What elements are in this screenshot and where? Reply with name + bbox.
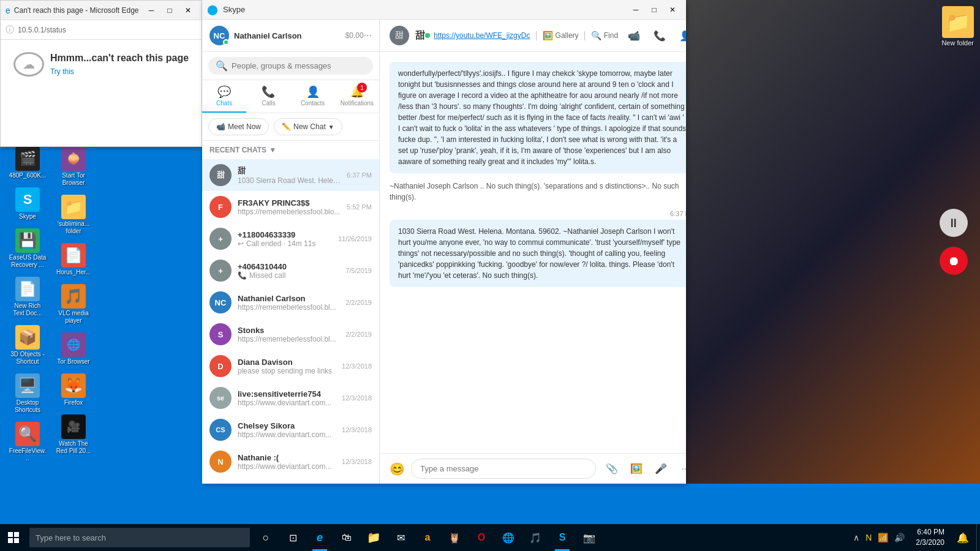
- taskbar-tripadvisor[interactable]: 🦉: [441, 524, 468, 551]
- chat-name-10: Nathanie :(: [238, 453, 336, 462]
- taskbar-notifications-button[interactable]: 🔔: [949, 524, 976, 551]
- icon-new-rich-text[interactable]: 📄 New Rich Text Doc...: [6, 274, 49, 320]
- edge-try-this-link[interactable]: Try this: [50, 67, 189, 76]
- video-record-button[interactable]: ⏺: [940, 247, 968, 275]
- voice-call-button[interactable]: 📞: [650, 26, 669, 45]
- icon-480p[interactable]: 🎬 480P_600K...: [6, 144, 49, 182]
- 480p-icon: 🎬: [15, 146, 40, 171]
- taskbar-cortana[interactable]: ○: [252, 524, 279, 551]
- search-input[interactable]: [232, 61, 366, 70]
- chat-header-separator-2: |: [584, 30, 586, 41]
- taskbar-explorer[interactable]: 📁: [360, 524, 387, 551]
- more-options-button[interactable]: ···: [676, 459, 686, 479]
- icon-freefileview[interactable]: 🔍 FreeFileView...: [6, 419, 49, 465]
- chat-info-6: Stonks https://rememeberlessfool.bl...: [238, 326, 339, 343]
- icon-tor-browser[interactable]: 🌐 Tor Browser: [52, 330, 95, 368]
- icon-vlc[interactable]: 🎵 VLC media player: [52, 282, 95, 327]
- taskbar-vlc[interactable]: 🎵: [522, 524, 549, 551]
- chat-item-10[interactable]: N Nathanie :( https://www.deviantart.com…: [202, 446, 379, 478]
- nav-calls[interactable]: 📞 Calls: [246, 80, 290, 113]
- icon-horus[interactable]: 📄 Horus_Her...: [52, 241, 95, 279]
- edge-close-button[interactable]: ✕: [179, 2, 197, 19]
- send-media-button[interactable]: 🖼️: [627, 459, 646, 479]
- chat-info-8: live:sensitiveterrie754 https://www.devi…: [238, 389, 336, 407]
- taskbar-skype[interactable]: S: [549, 524, 576, 551]
- icon-easeus[interactable]: 💾 EaseUS Data Recovery ...: [6, 226, 49, 271]
- chat-time-7: 12/3/2018: [342, 362, 372, 370]
- chat-time-4: 7/5/2019: [345, 267, 372, 274]
- systray-network-icon[interactable]: 📶: [876, 531, 889, 544]
- message-input[interactable]: [411, 459, 596, 479]
- chat-item-5[interactable]: NC Nathaniel Carlson https://rememeberle…: [202, 287, 379, 318]
- nav-notifications[interactable]: 🔔 Notifications 1: [335, 80, 379, 113]
- skype-icon: S: [15, 187, 40, 212]
- icon-desktop-shortcuts[interactable]: 🖥️ Desktop Shortcuts: [6, 371, 49, 416]
- chat-avatar-2: F: [209, 196, 232, 218]
- nav-chats[interactable]: 💬 Chats: [202, 80, 246, 113]
- chat-header-link[interactable]: https://youtu.be/WFE_jizgyDc: [434, 31, 530, 40]
- meet-now-button[interactable]: 📹 Meet Now: [208, 118, 269, 135]
- chat-item-7[interactable]: D Diana Davison please stop sending me l…: [202, 350, 379, 382]
- taskbar-camera[interactable]: 📷: [576, 524, 603, 551]
- icon-start-tor-browser[interactable]: 🧅 Start Tor Browser: [52, 144, 95, 189]
- systray-norton-icon[interactable]: N: [864, 531, 873, 544]
- video-pause-button[interactable]: ⏸: [940, 209, 968, 237]
- chat-info-1: 甜 1030 Sierra Road West. Helen...: [238, 165, 341, 185]
- skype-minimize-button[interactable]: ─: [627, 1, 644, 18]
- taskbar-opera[interactable]: O: [468, 524, 495, 551]
- new-folder-desktop-icon[interactable]: 📁 New folder: [941, 6, 974, 47]
- taskbar-clock[interactable]: 6:40 PM 2/3/2020: [911, 527, 949, 548]
- chat-item-8[interactable]: se live:sensitiveterrie754 https://www.d…: [202, 382, 379, 414]
- taskbar-store[interactable]: 🛍: [333, 524, 360, 551]
- systray-volume-icon[interactable]: 🔊: [893, 531, 906, 544]
- find-link[interactable]: Find: [604, 31, 618, 40]
- icon-firefox[interactable]: 🦊 Firefox: [52, 371, 95, 409]
- nav-contacts[interactable]: 👤 Contacts: [291, 80, 335, 113]
- gallery-link[interactable]: Gallery: [556, 31, 579, 40]
- taskbar-search-input[interactable]: [36, 533, 244, 542]
- icon-watch-red-pill-label: Watch The Red Pill 20...: [55, 440, 92, 455]
- skype-maximize-button[interactable]: □: [646, 1, 663, 18]
- icon-watch-red-pill[interactable]: 🎥 Watch The Red Pill 20...: [52, 412, 95, 457]
- edge-maximize-button[interactable]: □: [161, 2, 178, 19]
- skype-close-button[interactable]: ✕: [664, 1, 681, 18]
- systray-chevron[interactable]: ∧: [852, 531, 861, 544]
- show-desktop-button[interactable]: [976, 524, 980, 551]
- icon-new-rich-text-label: New Rich Text Doc...: [9, 302, 47, 317]
- taskbar-mail[interactable]: ✉: [387, 524, 414, 551]
- icon-subliminal[interactable]: 📁 'sublimina... folder: [52, 192, 95, 238]
- edge-minimize-button[interactable]: ─: [143, 2, 160, 19]
- chat-item-9[interactable]: CS Chelsey Sikora https://www.deviantart…: [202, 414, 379, 446]
- taskbar-amazon[interactable]: a: [414, 524, 441, 551]
- attach-file-button[interactable]: 📎: [602, 459, 622, 479]
- chat-item-1[interactable]: 甜 甜 1030 Sierra Road West. Helen... 6:37…: [202, 159, 379, 191]
- audio-message-button[interactable]: 🎤: [651, 459, 671, 479]
- taskbar-edge[interactable]: e: [306, 524, 333, 551]
- icon-firefox-label: Firefox: [64, 399, 83, 407]
- icon-3d-objects[interactable]: 📦 3D Objects - Shortcut: [6, 323, 49, 368]
- profile-online-indicator: [223, 39, 229, 45]
- contacts-nav-icon: 👤: [306, 85, 320, 99]
- chat-item-3[interactable]: + +118004633339 ↩Call ended · 14m 11s 11…: [202, 223, 379, 255]
- start-button[interactable]: [0, 524, 27, 551]
- add-participant-button[interactable]: 👤: [676, 26, 686, 45]
- new-chat-button[interactable]: ✏️ New Chat ▼: [274, 118, 342, 135]
- skype-chat-panel: 甜 甜 https://youtu.be/WFE_jizgyDc | 🖼️ Ga…: [380, 20, 686, 484]
- emoji-button[interactable]: 😊: [390, 462, 405, 476]
- icon-start-tor-browser-label: Start Tor Browser: [55, 172, 92, 187]
- video-call-button[interactable]: 📹: [624, 26, 644, 45]
- windows-logo-icon: [8, 532, 19, 543]
- taskbar-browser2[interactable]: 🌐: [495, 524, 522, 551]
- new-chat-icon: ✏️: [282, 122, 291, 131]
- taskbar-search[interactable]: [29, 528, 250, 547]
- chat-item-2[interactable]: F FR3AKY PRINC3$$ https://rememeberlessf…: [202, 191, 379, 223]
- profile-more-button[interactable]: ···: [364, 30, 372, 41]
- video-window: ⏸ ⏺: [686, 0, 980, 484]
- edge-addressbar[interactable]: ⓘ 10.5.0.1/status: [1, 20, 202, 40]
- chat-item-6[interactable]: S Stonks https://rememeberlessfool.bl...…: [202, 318, 379, 350]
- search-input-wrap[interactable]: 🔍: [208, 57, 373, 75]
- chat-item-4[interactable]: + +4064310440 📞Missed call 7/5/2019: [202, 255, 379, 287]
- icon-horus-label: Horus_Her...: [56, 269, 91, 276]
- taskbar-task-view[interactable]: ⊡: [279, 524, 306, 551]
- icon-skype[interactable]: S Skype: [6, 185, 49, 223]
